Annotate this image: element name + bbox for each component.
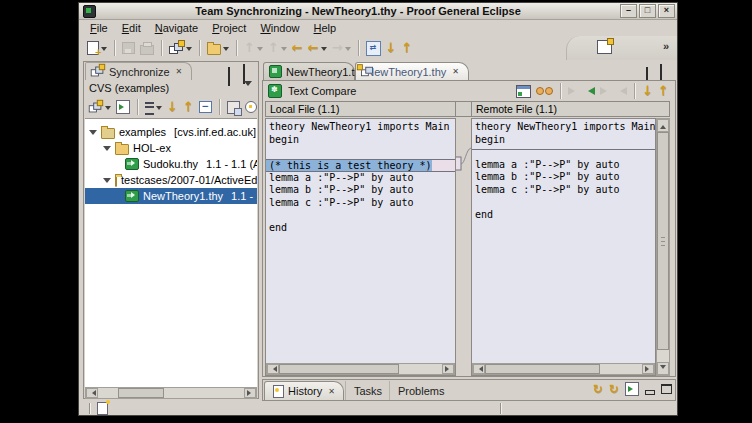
sync-scope-label: CVS (examples): [89, 82, 169, 94]
menu-file[interactable]: File: [85, 21, 113, 35]
team-synchronizing-perspective-icon[interactable]: [597, 40, 612, 54]
local-horizontal-scrollbar[interactable]: [266, 363, 455, 375]
tree-row-hol-ex[interactable]: HOL-ex: [85, 140, 257, 156]
desktop-background: Team Synchronizing - NewTheory1.thy - Pr…: [0, 0, 752, 423]
save-button: [120, 39, 137, 57]
scroll-thumb[interactable]: [279, 364, 399, 374]
synchronize-view-tab[interactable]: Synchronize ✕: [85, 62, 192, 80]
editor-tab-newtheory1-compare[interactable]: NewTheory1.thy ✕: [355, 62, 469, 80]
twistie-expanded-icon[interactable]: [103, 146, 111, 155]
back-button[interactable]: ←: [290, 39, 305, 57]
diff-connector-gutter: [456, 118, 471, 376]
previous-difference-button[interactable]: ↑: [181, 98, 196, 116]
previous-change-button[interactable]: ↑: [399, 39, 414, 57]
code-line: [266, 209, 455, 222]
problems-view-tab[interactable]: Problems: [389, 381, 452, 400]
remote-vertical-scrollbar[interactable]: [656, 118, 670, 376]
link-icon: [227, 101, 240, 114]
scroll-down-button[interactable]: [657, 362, 669, 375]
tasks-view-tab[interactable]: Tasks: [345, 381, 390, 400]
presentation-mode-button[interactable]: [143, 98, 164, 116]
tree-mode-icon: [145, 102, 154, 115]
chevron-down-icon: [281, 47, 287, 54]
menu-edit[interactable]: Edit: [117, 21, 146, 35]
history-view-tab[interactable]: History ✕: [264, 381, 344, 400]
remote-file-pane[interactable]: theory NewTheory1 imports Main begin lem…: [471, 118, 656, 376]
close-view-icon[interactable]: ✕: [328, 387, 335, 396]
menu-project[interactable]: Project: [207, 21, 251, 35]
menu-navigate[interactable]: Navigate: [150, 21, 203, 35]
maximize-window-button[interactable]: □: [639, 4, 656, 18]
minimize-view-button[interactable]: [228, 68, 230, 86]
synchronize-menu-button[interactable]: [86, 98, 113, 116]
scroll-right-button[interactable]: [442, 364, 454, 374]
close-tab-icon[interactable]: ✕: [452, 67, 459, 76]
tree-row-testcases[interactable]: testcases/2007-01/ActiveEditorW: [85, 172, 257, 188]
folder-icon: [115, 176, 117, 187]
sync-navigate-button[interactable]: ⇄: [364, 39, 383, 57]
next-difference-button[interactable]: ↓: [640, 82, 655, 100]
scroll-right-button[interactable]: [642, 364, 654, 374]
local-file-pane[interactable]: theory NewTheory1 imports Main begin (* …: [265, 118, 456, 376]
swap-left-right-button[interactable]: [534, 82, 555, 100]
pin-synchronization-button[interactable]: [114, 98, 132, 116]
editor-tab-newtheory1[interactable]: NewTheory1.thy: [263, 62, 355, 80]
print-button: [138, 39, 156, 57]
ancestor-pane-icon: [516, 85, 531, 98]
tree-row-sudoku[interactable]: Sudoku.thy 1.1 - 1.1 (ASCII -: [85, 156, 257, 172]
title-bar[interactable]: Team Synchronizing - NewTheory1.thy - Pr…: [79, 3, 677, 20]
next-change-button[interactable]: ↓: [384, 39, 399, 57]
checkout-button[interactable]: [205, 39, 231, 57]
maximize-view-button[interactable]: [661, 384, 672, 394]
compare-mode-icon[interactable]: [625, 382, 639, 396]
chevron-down-icon: [156, 106, 162, 113]
close-window-button[interactable]: ×: [658, 4, 675, 18]
back-history-button[interactable]: ←: [306, 39, 329, 57]
new-wizard-button[interactable]: +: [85, 39, 109, 57]
scroll-thumb[interactable]: [485, 364, 600, 374]
collapse-all-button[interactable]: −: [197, 98, 214, 116]
scroll-right-button[interactable]: [244, 388, 256, 398]
refresh-icon[interactable]: ↻: [593, 382, 603, 396]
refresh-remote-icon[interactable]: ↻: [609, 382, 619, 396]
sync-navigate-icon: ⇄: [366, 41, 381, 56]
scroll-left-button[interactable]: [267, 364, 279, 374]
scroll-left-button[interactable]: [86, 388, 98, 398]
perspective-overflow-chevron[interactable]: »: [663, 40, 669, 52]
local-file-header: Local File (1.1): [265, 101, 456, 117]
twistie-expanded-icon[interactable]: [89, 130, 97, 139]
show-ancestor-pane-button[interactable]: [514, 82, 533, 100]
link-with-editor-button[interactable]: [225, 98, 242, 116]
schedule-button[interactable]: [243, 98, 259, 116]
copy-all-right-to-left-button[interactable]: [582, 82, 597, 100]
tree-row-newtheory1[interactable]: NewTheory1.thy 1.1 - 1.1 (A: [85, 188, 257, 204]
arrow-down-icon: ↓: [167, 100, 178, 114]
minimize-view-button[interactable]: [645, 390, 655, 395]
scroll-up-button[interactable]: [657, 119, 669, 132]
close-view-icon[interactable]: ✕: [176, 67, 183, 76]
folder-icon: [115, 144, 129, 155]
code-line: lemma c :"P-->P" by auto: [472, 184, 655, 197]
fast-view-icon[interactable]: [97, 402, 108, 415]
chevron-down-icon: [105, 106, 111, 113]
arrow-left-icon: ←: [308, 41, 319, 55]
copy-right-icon: [600, 87, 611, 95]
synchronize-button[interactable]: [167, 39, 194, 57]
sync-horizontal-scrollbar[interactable]: [85, 387, 257, 399]
scroll-thumb[interactable]: [657, 132, 669, 350]
code-line: lemma c :"P-->P" by auto: [266, 197, 455, 210]
twistie-expanded-icon[interactable]: [103, 178, 111, 187]
previous-difference-button[interactable]: ↑: [656, 82, 671, 100]
toolbar-separator: [560, 83, 562, 99]
remote-horizontal-scrollbar[interactable]: [472, 363, 655, 375]
menu-window[interactable]: Window: [255, 21, 304, 35]
next-difference-button[interactable]: ↓: [165, 98, 180, 116]
scroll-thumb[interactable]: [118, 388, 164, 398]
scroll-left-button[interactable]: [473, 364, 485, 374]
sync-tree[interactable]: examples [cvs.inf.ed.ac.uk] HOL-ex Sudok…: [85, 118, 257, 387]
chevron-down-icon: [223, 47, 229, 54]
tree-row-examples[interactable]: examples [cvs.inf.ed.ac.uk]: [85, 124, 257, 140]
menu-help[interactable]: Help: [309, 21, 342, 35]
minimize-window-button[interactable]: –: [620, 4, 637, 18]
arrow-right-icon: →: [332, 41, 343, 55]
